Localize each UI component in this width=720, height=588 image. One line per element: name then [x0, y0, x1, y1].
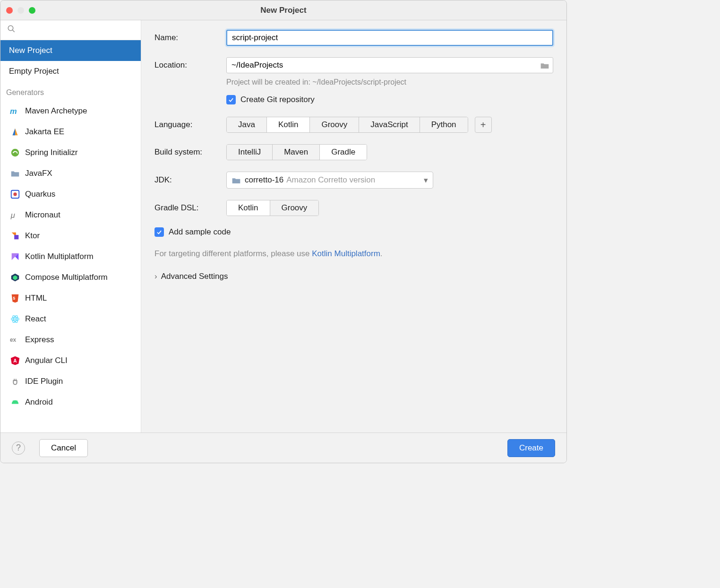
add-language-button[interactable]: + — [475, 117, 492, 133]
sidebar-item-quarkus[interactable]: Quarkus — [0, 184, 141, 205]
sidebar-item-label: Compose Multiplatform — [25, 273, 108, 282]
language-label: Language: — [154, 120, 226, 130]
search-icon — [7, 25, 16, 35]
window-title: New Project — [0, 6, 566, 15]
build-option-maven[interactable]: Maven — [273, 145, 320, 160]
git-checkbox[interactable] — [226, 95, 236, 104]
location-label: Location: — [154, 61, 226, 70]
create-button[interactable]: Create — [507, 439, 555, 457]
dsl-option-groovy[interactable]: Groovy — [270, 200, 319, 216]
location-hint: Project will be created in: ~/IdeaProjec… — [226, 78, 553, 86]
sample-code-checkbox-label: Add sample code — [169, 227, 231, 237]
svg-text:5: 5 — [13, 296, 15, 301]
chevron-right-icon: › — [154, 272, 157, 281]
advanced-settings-toggle[interactable]: › Advanced Settings — [154, 272, 553, 281]
sidebar-item-empty-project[interactable]: Empty Project — [0, 61, 141, 82]
maven-icon: m — [9, 106, 21, 116]
language-option-javascript[interactable]: JavaScript — [359, 117, 420, 132]
sidebar-item-label: Maven Archetype — [25, 106, 87, 116]
android-icon — [9, 397, 21, 407]
git-checkbox-label: Create Git repository — [240, 95, 315, 104]
plug-icon — [9, 376, 21, 387]
sidebar-item-ide-plugin[interactable]: IDE Plugin — [0, 371, 141, 392]
language-segmented: Java Kotlin Groovy JavaScript Python — [226, 117, 468, 133]
svg-point-3 — [11, 149, 19, 157]
kotlin-multiplatform-link[interactable]: Kotlin Multiplatform — [312, 249, 380, 258]
ktor-icon — [9, 231, 21, 241]
svg-line-1 — [12, 30, 15, 32]
jdk-label: JDK: — [154, 175, 226, 185]
sidebar-item-ktor[interactable]: Ktor — [0, 225, 141, 246]
sidebar-item-javafx[interactable]: JavaFX — [0, 163, 141, 184]
svg-text:μ: μ — [10, 211, 15, 219]
sidebar-item-express[interactable]: ex Express — [0, 329, 141, 350]
language-option-java[interactable]: Java — [227, 117, 267, 132]
sidebar-item-label: Empty Project — [9, 67, 59, 76]
sidebar-item-maven-archetype[interactable]: m Maven Archetype — [0, 101, 141, 121]
sidebar-item-html[interactable]: 5 HTML — [0, 288, 141, 309]
svg-point-5 — [13, 192, 17, 196]
multiplatform-info: For targeting different platforms, pleas… — [154, 249, 553, 259]
sidebar-item-jakarta-ee[interactable]: Jakarta EE — [0, 121, 141, 142]
language-option-groovy[interactable]: Groovy — [310, 117, 359, 132]
sidebar-item-compose-multiplatform[interactable]: Compose Multiplatform — [0, 267, 141, 288]
location-input[interactable] — [226, 57, 553, 73]
sidebar-item-label: Kotlin Multiplatform — [25, 252, 94, 261]
sidebar-item-new-project[interactable]: New Project — [0, 40, 141, 61]
sidebar: New Project Empty Project Generators m M… — [0, 20, 141, 432]
sidebar-item-android[interactable]: Android — [0, 392, 141, 413]
express-icon: ex — [9, 335, 21, 345]
sidebar-item-react[interactable]: React — [0, 309, 141, 329]
build-option-intellij[interactable]: IntelliJ — [227, 145, 273, 160]
sidebar-item-label: Express — [25, 335, 54, 345]
chevron-down-icon: ▾ — [424, 175, 428, 185]
gradle-dsl-label: Gradle DSL: — [154, 203, 226, 213]
svg-point-0 — [8, 26, 13, 31]
sidebar-item-label: Ktor — [25, 231, 40, 241]
build-option-gradle[interactable]: Gradle — [320, 145, 367, 160]
sidebar-item-spring-initializr[interactable]: Spring Initializr — [0, 142, 141, 163]
sidebar-item-label: Micronaut — [25, 210, 60, 220]
sidebar-item-label: Spring Initializr — [25, 148, 78, 157]
name-input[interactable] — [226, 30, 553, 46]
language-option-python[interactable]: Python — [420, 117, 468, 132]
sidebar-search[interactable] — [0, 20, 141, 40]
folder-browse-icon[interactable] — [540, 61, 549, 69]
jdk-select[interactable]: corretto-16 Amazon Corretto version ▾ — [226, 172, 433, 189]
folder-icon — [9, 168, 21, 179]
language-option-kotlin[interactable]: Kotlin — [267, 117, 310, 132]
sidebar-section-generators: Generators — [0, 82, 141, 101]
sidebar-item-label: Android — [25, 398, 53, 407]
sidebar-item-angular-cli[interactable]: A Angular CLI — [0, 350, 141, 371]
sidebar-item-label: Jakarta EE — [25, 127, 64, 137]
html-icon: 5 — [9, 293, 21, 303]
build-system-segmented: IntelliJ Maven Gradle — [226, 144, 367, 160]
jdk-value: corretto-16 — [245, 175, 283, 185]
svg-point-14 — [14, 318, 16, 320]
svg-text:ex: ex — [10, 337, 17, 343]
dsl-option-kotlin[interactable]: Kotlin — [227, 200, 270, 216]
quarkus-icon — [9, 189, 21, 199]
sidebar-item-label: HTML — [25, 294, 47, 303]
sidebar-item-label: Quarkus — [25, 190, 55, 199]
folder-icon — [231, 176, 241, 184]
angular-icon: A — [9, 355, 21, 366]
footer: ? Cancel Create — [0, 432, 566, 463]
sample-code-checkbox[interactable] — [154, 227, 164, 237]
sidebar-item-label: Angular CLI — [25, 356, 68, 365]
spring-icon — [9, 147, 21, 158]
kotlin-icon — [9, 251, 21, 262]
sidebar-item-label: IDE Plugin — [25, 377, 63, 386]
compose-icon — [9, 272, 21, 283]
svg-text:A: A — [13, 358, 17, 363]
sidebar-item-micronaut[interactable]: μ Micronaut — [0, 205, 141, 225]
react-icon — [9, 314, 21, 324]
sidebar-item-kotlin-multiplatform[interactable]: Kotlin Multiplatform — [0, 246, 141, 267]
titlebar: New Project — [0, 0, 566, 20]
cancel-button[interactable]: Cancel — [39, 439, 88, 457]
form-pane: Name: Location: Project will be created … — [141, 20, 566, 432]
jdk-desc: Amazon Corretto version — [286, 175, 424, 185]
sidebar-item-label: JavaFX — [25, 169, 52, 178]
help-button[interactable]: ? — [12, 441, 25, 455]
svg-text:m: m — [10, 107, 17, 115]
